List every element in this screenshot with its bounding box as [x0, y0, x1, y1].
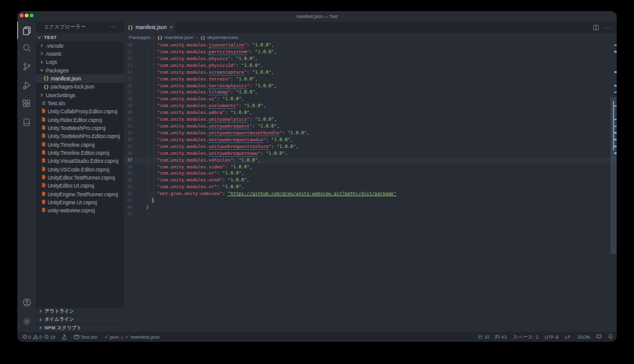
code-line-34: 34"com.unity.modules.unitywebrequestaudi…: [124, 137, 610, 144]
explorer-title: エクスプローラー: [44, 22, 86, 33]
overview-ruler-info-mark: [614, 139, 617, 141]
activity-source-control-icon[interactable]: [17, 58, 36, 75]
tab-bar: {} manifest.json × ···: [124, 22, 617, 33]
activity-settings-icon[interactable]: [17, 313, 36, 330]
code-line-45: 45: [124, 211, 610, 218]
code-editor[interactable]: 20"com.unity.modules.jsonserialize": "1.…: [124, 42, 617, 332]
lint-json-status[interactable]: json | manifest.json: [104, 334, 160, 340]
overview-ruler-info-mark: [614, 152, 617, 154]
code-line-38: 38"com.unity.modules.video": "1.0.0",: [124, 164, 610, 171]
tree-item-unity-visualstudio-editor-csproj[interactable]: Unity.VisualStudio.Editor.csproj: [36, 157, 124, 165]
code-line-33: 33"com.unity.modules.unitywebrequestasse…: [124, 130, 610, 137]
breadcrumb-Packages[interactable]: Packages: [129, 35, 150, 40]
tree-item-packages-lock-json[interactable]: {}packages-lock.json: [36, 83, 124, 91]
flask-icon[interactable]: [62, 334, 67, 340]
code-line-27: 27"com.unity.modules.tilemap": "1.0.0",: [124, 89, 610, 96]
breadcrumbs: Packages›{}manifest.json›{}dependencies: [124, 33, 617, 42]
overview-ruler-range: [613, 101, 614, 150]
tree-item-unityeditor-testrunner-csproj[interactable]: UnityEditor.TestRunner.csproj: [36, 173, 124, 181]
activity-extensions-icon[interactable]: [17, 95, 36, 112]
feedback-icon[interactable]: [596, 334, 602, 340]
tree-item-unity-rider-editor-csproj[interactable]: Unity.Rider.Editor.csproj: [36, 116, 124, 124]
editor-more-actions-icon[interactable]: ···: [604, 24, 612, 30]
code-line-40: 40"com.unity.modules.wind": "1.0.0",: [124, 177, 610, 184]
overview-ruler-info-mark: [614, 105, 617, 107]
breadcrumb-manifest-json[interactable]: {}manifest.json: [157, 35, 194, 40]
code-line-41: 41"com.unity.modules.xr": "1.0.0",: [124, 184, 610, 191]
tab-manifest-json[interactable]: {} manifest.json ×: [124, 22, 175, 33]
problems-warnings[interactable]: 0: [33, 334, 42, 340]
overview-ruler-info-mark: [614, 145, 617, 147]
breadcrumb-separator: ›: [153, 35, 155, 41]
tree-item-unity-textmeshpro-editor-csproj[interactable]: Unity.TextMeshPro.Editor.csproj: [36, 132, 124, 141]
problems-infos[interactable]: 19: [44, 334, 55, 340]
tree-item--vscode[interactable]: .vscode: [36, 41, 124, 50]
activity-account-icon[interactable]: [17, 293, 36, 311]
code-line-25: 25"com.unity.modules.terrain": "1.0.0",: [124, 76, 610, 83]
tree-item-test-sln[interactable]: ☰Test.sln: [36, 99, 124, 107]
notifications-bell-icon[interactable]: [608, 334, 613, 340]
sidebar-section-タイムライン[interactable]: タイムライン: [36, 315, 124, 324]
tree-item-unity-vscode-editor-csproj[interactable]: Unity.VSCode.Editor.csproj: [36, 165, 124, 173]
code-line-26: 26"com.unity.modules.terrainphysics": "1…: [124, 83, 610, 90]
code-line-30: 30"com.unity.modules.umbra": "1.0.0",: [124, 110, 610, 116]
language-mode[interactable]: JSON: [577, 334, 590, 340]
tree-item-unityengine-ui-csproj[interactable]: UnityEngine.UI.csproj: [36, 198, 124, 206]
tree-item-unity-collabproxy-editor-csproj[interactable]: Unity.CollabProxy.Editor.csproj: [36, 108, 124, 116]
encoding[interactable]: UTF-8: [545, 334, 559, 340]
cursor-position[interactable]: 行 37、列 43: [478, 334, 506, 340]
tree-item-usersettings[interactable]: UserSettings: [36, 91, 124, 99]
json-file-icon: {}: [128, 25, 133, 30]
chevron-down-icon: [37, 35, 41, 40]
overview-ruler-info-mark: [614, 92, 617, 93]
sidebar-section-アウトライン[interactable]: アウトライン: [36, 307, 124, 316]
code-line-43: 43}: [124, 197, 610, 204]
activity-run-debug-icon[interactable]: [17, 76, 36, 93]
tree-item-unity-timeline-csproj[interactable]: Unity.Timeline.csproj: [36, 141, 124, 149]
explorer-sidebar: エクスプローラー ··· TEST .vscodeAssetsLogsPacka…: [36, 22, 124, 332]
zoom-window-button[interactable]: [30, 14, 33, 17]
window-title: manifest.json — Test: [17, 11, 617, 22]
indentation[interactable]: スペース: 2: [513, 334, 538, 340]
tree-item-manifest-json[interactable]: {}manifest.json: [36, 74, 124, 82]
sidebar-section-NPM-スクリプト[interactable]: NPM スクリプト: [36, 324, 124, 332]
code-line-35: 35"com.unity.modules.unitywebrequesttext…: [124, 144, 610, 150]
overview-ruler-info-mark: [614, 119, 617, 121]
tree-item-packages[interactable]: Packages: [36, 66, 124, 74]
tree-item-unity-timeline-editor-csproj[interactable]: Unity.Timeline.Editor.csproj: [36, 149, 124, 157]
tree-item-unityeditor-ui-csproj[interactable]: UnityEditor.UI.csproj: [36, 182, 124, 190]
code-line-31: 31"com.unity.modules.unityanalytics": "1…: [124, 116, 610, 123]
code-line-24: 24"com.unity.modules.screencapture": "1.…: [124, 69, 610, 76]
activity-explorer-icon[interactable]: [17, 22, 36, 39]
overview-ruler-info-mark: [614, 85, 617, 87]
breadcrumb-separator: ›: [196, 35, 198, 41]
tree-item-unityengine-testrunner-csproj[interactable]: UnityEngine.TestRunner.csproj: [36, 190, 124, 198]
project-indicator[interactable]: Test.sln: [74, 334, 97, 340]
code-line-32: 32"com.unity.modules.unitywebrequest": "…: [124, 123, 610, 130]
close-window-button[interactable]: [20, 14, 24, 17]
activity-notebook-icon[interactable]: [17, 113, 36, 131]
tab-label: manifest.json: [136, 24, 167, 30]
tree-item-logs[interactable]: Logs: [36, 58, 124, 66]
vscode-window: manifest.json — Test エクスプローラー ··· TEST .…: [17, 11, 617, 342]
code-line-39: 39"com.unity.modules.vr": "1.0.0",: [124, 170, 610, 177]
code-line-29: 29"com.unity.modules.uielements": "1.0.0…: [124, 103, 610, 110]
activity-search-icon[interactable]: [17, 39, 36, 56]
minimize-window-button[interactable]: [25, 14, 28, 17]
split-editor-icon[interactable]: [593, 22, 599, 33]
tab-close-icon[interactable]: ×: [170, 24, 173, 30]
code-line-44: 44}: [124, 204, 610, 211]
explorer-more-actions[interactable]: ···: [109, 22, 116, 33]
activity-bar: [17, 22, 36, 332]
editor-area: {} manifest.json × ··· Packages›{}manife…: [124, 22, 617, 332]
breadcrumb-dependencies[interactable]: {}dependencies: [200, 35, 238, 40]
problems-errors[interactable]: 0: [22, 334, 31, 340]
eol-sequence[interactable]: LF: [565, 334, 570, 340]
tree-root-label: TEST: [44, 35, 57, 40]
code-line-23: 23"com.unity.modules.physics2d": "1.0.0"…: [124, 63, 610, 69]
tree-root-header[interactable]: TEST: [36, 33, 124, 41]
code-line-36: 36"com.unity.modules.unitywebrequestwww"…: [124, 150, 610, 157]
tree-item-unity-textmeshpro-csproj[interactable]: Unity.TextMeshPro.csproj: [36, 124, 124, 132]
tree-item-assets[interactable]: Assets: [36, 50, 124, 58]
tree-item-untiy-webview-csproj[interactable]: untiy-webview.csproj: [36, 207, 124, 215]
